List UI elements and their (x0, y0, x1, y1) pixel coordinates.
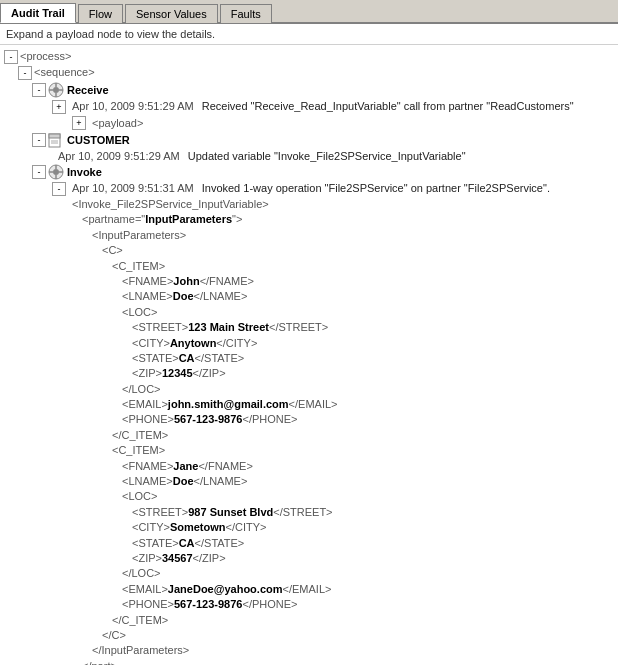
invoke-log: - Apr 10, 2009 9:51:31 AM Invoked 1-way … (2, 181, 616, 197)
receive-payload-expander[interactable]: + (72, 116, 86, 130)
invoke-icon (48, 164, 64, 180)
xml-phone1: <PHONE>567-123-9876</PHONE> (72, 412, 616, 427)
receive-message: Received "Receive_Read_InputVariable" ca… (202, 100, 574, 112)
xml-item1-close: </C_ITEM> (72, 428, 616, 443)
xml-item2-close: </C_ITEM> (72, 613, 616, 628)
xml-loc1-open: <LOC> (72, 305, 616, 320)
receive-icon (48, 82, 64, 98)
receive-timestamp: Apr 10, 2009 9:51:29 AM (72, 100, 194, 112)
xml-phone2: <PHONE>567-123-9876</PHONE> (72, 597, 616, 612)
customer-log: Apr 10, 2009 9:51:29 AM Updated variable… (2, 149, 616, 163)
process-label: <process> (20, 50, 71, 62)
invoke-log-expander[interactable]: - (52, 182, 66, 196)
main-content: - <process> - <sequence> - Receive + Apr… (0, 45, 618, 665)
customer-expander[interactable]: - (32, 133, 46, 147)
process-expander[interactable]: - (4, 50, 18, 64)
xml-fname1: <FNAME>John</FNAME> (72, 274, 616, 289)
xml-email2: <EMAIL>JaneDoe@yahoo.com</EMAIL> (72, 582, 616, 597)
svg-point-1 (53, 87, 59, 93)
receive-payload: + <payload> (2, 115, 616, 131)
xml-zip1: <ZIP>12345</ZIP> (72, 366, 616, 381)
receive-label: Receive (67, 84, 109, 96)
sequence-expander[interactable]: - (18, 66, 32, 80)
tab-sensor-values[interactable]: Sensor Values (125, 4, 218, 23)
xml-loc2-open: <LOC> (72, 489, 616, 504)
tab-audit-trail[interactable]: Audit Trail (0, 3, 76, 23)
xml-lname2: <LNAME>Doe</LNAME> (72, 474, 616, 489)
invoke-payload: <Invoke_File2SPService_InputVariable> <p… (2, 197, 616, 665)
xml-part-tag: <partname="InputParameters"> (72, 212, 616, 227)
invoke-node: - Invoke (2, 163, 616, 181)
xml-city1: <CITY>Anytown</CITY> (72, 336, 616, 351)
invoke-expander[interactable]: - (32, 165, 46, 179)
receive-node: - Receive (2, 81, 616, 99)
xml-item1-open: <C_ITEM> (72, 259, 616, 274)
process-node: - <process> (2, 49, 616, 65)
xml-state1: <STATE>CA</STATE> (72, 351, 616, 366)
tab-bar: Audit Trail Flow Sensor Values Faults (0, 0, 618, 24)
sequence-label: <sequence> (34, 66, 95, 78)
xml-loc2-close: </LOC> (72, 566, 616, 581)
receive-log: + Apr 10, 2009 9:51:29 AM Received "Rece… (2, 99, 616, 115)
xml-part-close: </part> (72, 659, 616, 665)
svg-rect-3 (49, 134, 60, 138)
info-bar: Expand a payload node to view the detail… (0, 24, 618, 45)
xml-state2: <STATE>CA</STATE> (72, 536, 616, 551)
receive-log-expander[interactable]: + (52, 100, 66, 114)
invoke-timestamp: Apr 10, 2009 9:51:31 AM (72, 182, 194, 194)
tab-flow[interactable]: Flow (78, 4, 123, 23)
customer-node: - CUSTOMER (2, 131, 616, 149)
receive-payload-label: <payload> (92, 117, 143, 129)
xml-loc1-close: </LOC> (72, 382, 616, 397)
xml-item2-open: <C_ITEM> (72, 443, 616, 458)
customer-icon (48, 132, 64, 148)
xml-c-close: </C> (72, 628, 616, 643)
xml-street2: <STREET>987 Sunset Blvd</STREET> (72, 505, 616, 520)
svg-point-7 (53, 169, 59, 175)
sequence-node: - <sequence> (2, 65, 616, 81)
xml-city2: <CITY>Sometown</CITY> (72, 520, 616, 535)
xml-input-params-open: <InputParameters> (72, 228, 616, 243)
customer-timestamp: Apr 10, 2009 9:51:29 AM (58, 150, 180, 162)
tab-faults[interactable]: Faults (220, 4, 272, 23)
xml-zip2: <ZIP>34567</ZIP> (72, 551, 616, 566)
xml-input-params-close: </InputParameters> (72, 643, 616, 658)
receive-expander[interactable]: - (32, 83, 46, 97)
xml-fname2: <FNAME>Jane</FNAME> (72, 459, 616, 474)
customer-message: Updated variable "Invoke_File2SPService_… (188, 150, 466, 162)
invoke-message: Invoked 1-way operation "File2SPService"… (202, 182, 550, 194)
xml-email1: <EMAIL>john.smith@gmail.com</EMAIL> (72, 397, 616, 412)
xml-street1: <STREET>123 Main Street</STREET> (72, 320, 616, 335)
customer-label: CUSTOMER (67, 134, 130, 146)
invoke-label: Invoke (67, 166, 102, 178)
xml-lname1: <LNAME>Doe</LNAME> (72, 289, 616, 304)
xml-open-tag: <Invoke_File2SPService_InputVariable> (72, 197, 616, 212)
xml-c-open: <C> (72, 243, 616, 258)
